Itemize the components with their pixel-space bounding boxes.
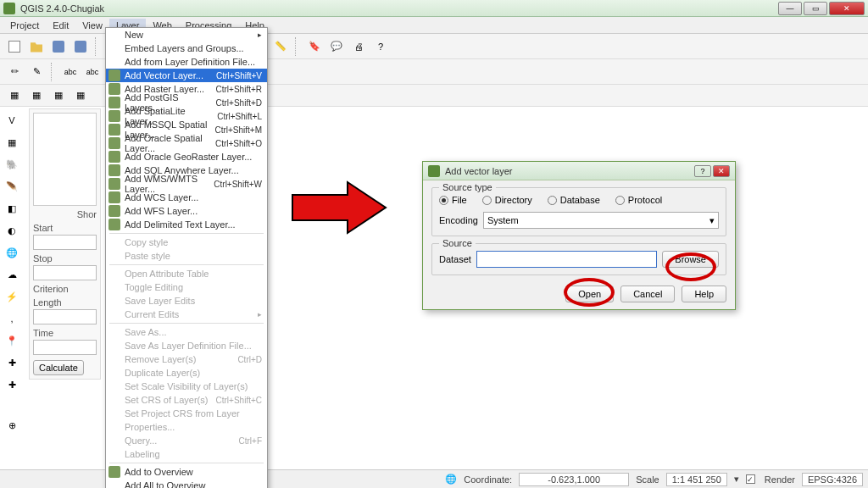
radio-protocol[interactable]: Protocol [615, 195, 662, 205]
add-postgis-icon[interactable]: 🐘 [2, 154, 22, 175]
save-as-icon[interactable] [71, 37, 90, 56]
layer-panel-icon[interactable]: ▦ [49, 86, 68, 105]
length-input[interactable] [33, 309, 97, 324]
new-layer-icon[interactable]: ✚ [2, 352, 22, 373]
label-abc-icon[interactable]: abc [83, 63, 102, 81]
help-button[interactable]: Help [682, 286, 726, 302]
criterion-label: Criterion [33, 284, 97, 294]
add-spatialite-icon[interactable]: 🪶 [2, 176, 22, 197]
menu-item-remove-layer-s: Remove Layer(s)Ctrl+D [106, 352, 267, 366]
bookmark-icon[interactable]: 🔖 [305, 37, 324, 56]
scale-lock-icon[interactable]: ▾ [734, 474, 739, 485]
layer-menu: New▸Embed Layers and Groups...Add from L… [105, 27, 268, 488]
menu-project[interactable]: Project [3, 19, 46, 32]
menu-separator [109, 463, 264, 463]
menu-item-add-oracle-georaster-layer[interactable]: Add Oracle GeoRaster Layer... [106, 150, 267, 164]
menu-item-add-oracle-spatial-layer[interactable]: Add Oracle Spatial Layer...Ctrl+Shift+O [106, 136, 267, 150]
globe-icon[interactable]: 🌐 [445, 474, 457, 485]
scale-value[interactable]: 1:1 451 250 [666, 473, 727, 486]
menu-item-add-wms-wmts-layer[interactable]: Add WMS/WMTS Layer...Ctrl+Shift+W [106, 177, 267, 191]
open-button[interactable]: Open [565, 286, 614, 302]
menu-item-label: Save Layer Edits [125, 296, 195, 306]
browse-button[interactable]: Browse [662, 251, 719, 268]
cancel-button[interactable]: Cancel [620, 286, 675, 302]
menu-item-label: Set Project CRS from Layer [125, 408, 240, 419]
vector-layer-icon [108, 69, 120, 81]
new-layer-icon[interactable]: ✚ [2, 374, 22, 395]
menu-item-add-to-overview[interactable]: Add to Overview [106, 465, 267, 479]
start-input[interactable] [33, 235, 97, 250]
stop-label: Stop [33, 253, 97, 263]
print-icon[interactable]: 🖨 [349, 37, 368, 56]
add-wms-icon[interactable]: 🌐 [2, 242, 22, 263]
measure-icon[interactable]: 📏 [271, 37, 290, 56]
radio-file[interactable]: File [439, 195, 467, 205]
menu-item-add-wfs-layer[interactable]: Add WFS Layer... [106, 204, 267, 218]
menu-item-add-from-layer-definition-file[interactable]: Add from Layer Definition File... [106, 55, 267, 69]
menu-item-label: Set Scale Visibility of Layer(s) [125, 381, 248, 391]
layer-panel-icon[interactable]: ▦ [5, 86, 24, 105]
menu-item-label: Paste style [125, 251, 170, 261]
add-oracle-icon[interactable]: ◐ [2, 220, 22, 241]
menu-item-embed-layers-and-groups[interactable]: Embed Layers and Groups... [106, 42, 267, 55]
gps-info-icon[interactable]: ⊕ [2, 415, 22, 435]
close-button[interactable]: ✕ [829, 2, 865, 15]
save-icon[interactable] [49, 37, 68, 56]
encoding-select[interactable]: System▾ [483, 212, 719, 229]
submenu-arrow-icon: ▸ [258, 30, 262, 39]
new-project-icon[interactable] [5, 37, 24, 56]
svg-marker-0 [292, 182, 386, 233]
annotation-icon[interactable]: 💬 [327, 37, 346, 56]
menu-item-properties: Properties... [106, 420, 267, 434]
radio-directory[interactable]: Directory [482, 195, 532, 205]
menu-separator [109, 264, 264, 265]
help-icon[interactable]: ? [371, 37, 390, 56]
calculate-button[interactable]: Calculate [33, 360, 84, 375]
titlebar: QGIS 2.4.0-Chugiak — ▭ ✕ [0, 0, 868, 17]
add-mssql-icon[interactable]: ◧ [2, 198, 22, 219]
dataset-label: Dataset [439, 254, 471, 264]
source-type-group: Source type File Directory Database Prot… [431, 187, 726, 236]
menu-item-add-delimited-text-layer[interactable]: Add Delimited Text Layer... [106, 218, 267, 231]
menu-item-label: Add WFS Layer... [125, 206, 198, 216]
maximize-button[interactable]: ▭ [804, 2, 827, 15]
menu-item-add-wcs-layer[interactable]: Add WCS Layer... [106, 191, 267, 204]
render-label: Render [765, 474, 795, 485]
radio-database[interactable]: Database [548, 195, 600, 205]
edit-icon[interactable]: ✏ [5, 63, 24, 81]
delimited-text-icon [108, 219, 120, 230]
add-vector-icon[interactable]: V [2, 110, 22, 130]
menu-item-add-all-to-overview[interactable]: Add All to Overview [106, 479, 267, 488]
add-csv-icon[interactable]: , [2, 308, 22, 329]
menu-item-label: New [125, 30, 143, 40]
menu-item-add-vector-layer[interactable]: Add Vector Layer...Ctrl+Shift+V [106, 69, 267, 82]
stop-input[interactable] [33, 265, 97, 280]
menu-item-new[interactable]: New▸ [106, 28, 267, 42]
layer-panel-icon[interactable]: ▦ [27, 86, 46, 105]
layer-panel-icon[interactable]: ▦ [71, 86, 90, 105]
add-gps-icon[interactable]: 📍 [2, 330, 22, 351]
time-input[interactable] [33, 340, 97, 355]
add-raster-icon[interactable]: ▦ [2, 132, 22, 152]
menu-view[interactable]: View [75, 19, 109, 32]
dialog-close-button[interactable]: ✕ [713, 165, 730, 177]
open-project-icon[interactable] [27, 37, 46, 56]
minimize-button[interactable]: — [778, 2, 802, 15]
shortest-label: Shor [33, 209, 97, 219]
dialog-help-button[interactable]: ? [694, 165, 711, 177]
epsg-value[interactable]: EPSG:4326 [802, 473, 863, 486]
overview-map [33, 113, 97, 206]
start-label: Start [33, 223, 97, 233]
dataset-input[interactable] [476, 251, 657, 268]
render-checkbox[interactable] [746, 474, 755, 484]
wcs-icon [108, 191, 120, 203]
menu-edit[interactable]: Edit [46, 19, 75, 32]
label-abc-icon[interactable]: abc [61, 63, 80, 81]
menu-item-paste-style: Paste style [106, 249, 267, 263]
digitize-icon[interactable]: ✎ [27, 63, 46, 81]
oracle-georaster-icon [108, 151, 120, 163]
menu-item-labeling: Labeling [106, 447, 267, 461]
add-wcs-icon[interactable]: ☁ [2, 264, 22, 285]
menu-item-label: Set CRS of Layer(s) [125, 395, 208, 405]
add-wfs-icon[interactable]: ⚡ [2, 286, 22, 307]
